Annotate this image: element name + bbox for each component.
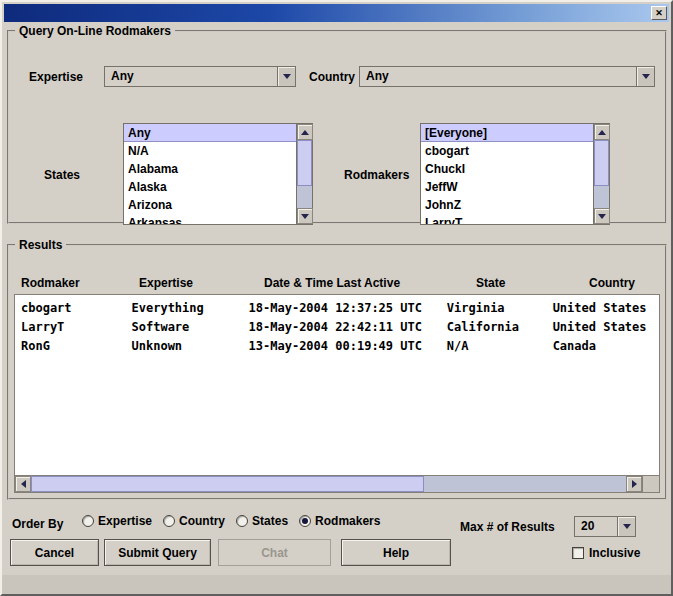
chevron-down-icon (277, 67, 295, 86)
dialog-window: ✕ Query On-Line Rodmakers Expertise Any … (0, 0, 673, 596)
results-scrollpane: cbogart Everything 18-May-2004 12:37:25 … (14, 294, 660, 493)
query-group-title: Query On-Line Rodmakers (15, 24, 175, 38)
chat-button: Chat (218, 539, 331, 566)
column-header: State (470, 276, 583, 290)
scroll-up-button[interactable] (594, 124, 610, 140)
radio-button-icon (236, 515, 248, 527)
radio-button-icon (82, 515, 94, 527)
radio-country[interactable]: Country (163, 514, 225, 528)
results-horizontal-scrollbar[interactable] (15, 475, 659, 492)
rodmakers-list: [Everyone] cbogart ChuckI JeffW JohnZ La… (421, 124, 593, 224)
results-table-header: Rodmaker Expertise Date & Time Last Acti… (15, 276, 673, 290)
chevron-down-icon (617, 517, 635, 536)
list-item[interactable]: Arizona (124, 196, 296, 214)
list-item[interactable]: Arkansas (124, 214, 296, 224)
scrollbar-thumb[interactable] (297, 140, 312, 186)
results-table: cbogart Everything 18-May-2004 12:37:25 … (15, 295, 659, 475)
country-combo-value: Any (360, 67, 636, 86)
rodmakers-scrollbar[interactable] (593, 124, 609, 224)
rodmakers-listbox: [Everyone] cbogart ChuckI JeffW JohnZ La… (420, 123, 610, 225)
scroll-left-button[interactable] (15, 476, 31, 492)
scroll-down-button[interactable] (594, 208, 610, 224)
column-header: Country (583, 276, 673, 290)
expertise-label: Expertise (29, 70, 83, 84)
radio-button-icon (299, 515, 311, 527)
results-group-title: Results (15, 238, 66, 252)
column-header: Date & Time Last Active (258, 276, 470, 290)
inclusive-option[interactable]: Inclusive (572, 546, 640, 560)
table-row[interactable]: cbogart Everything 18-May-2004 12:37:25 … (15, 298, 659, 317)
cancel-button[interactable]: Cancel (10, 539, 99, 566)
country-label: Country (309, 70, 355, 84)
list-item[interactable]: Any (124, 124, 296, 142)
order-by-radio-group: Expertise Country States Rodmakers (82, 514, 380, 528)
scrollbar-thumb[interactable] (594, 140, 609, 186)
results-group: Results Rodmaker Expertise Date & Time L… (7, 238, 667, 500)
title-bar: ✕ (4, 4, 669, 22)
radio-button-icon (163, 515, 175, 527)
list-item[interactable]: JeffW (421, 178, 593, 196)
table-row[interactable]: RonG Unknown 13-May-2004 00:19:49 UTC N/… (15, 336, 659, 355)
scroll-up-button[interactable] (297, 124, 313, 140)
chevron-down-icon (636, 67, 654, 86)
list-item[interactable]: ChuckI (421, 160, 593, 178)
column-header: Expertise (133, 276, 258, 290)
scroll-right-button[interactable] (626, 476, 642, 492)
close-icon: ✕ (655, 9, 663, 18)
scrollbar-track[interactable] (594, 140, 609, 208)
list-item[interactable]: JohnZ (421, 196, 593, 214)
list-item[interactable]: [Everyone] (421, 124, 593, 142)
help-button[interactable]: Help (341, 539, 451, 566)
window-bottom-edge (2, 575, 671, 594)
radio-states[interactable]: States (236, 514, 288, 528)
max-results-combo[interactable]: 20 (574, 516, 636, 537)
states-label: States (44, 168, 80, 182)
scrollbar-track[interactable] (297, 140, 312, 208)
scrollbar-corner (642, 476, 659, 492)
footer: Order By Expertise Country States Rodmak… (2, 508, 671, 578)
close-button[interactable]: ✕ (651, 6, 667, 20)
scroll-down-button[interactable] (297, 208, 313, 224)
max-results-label: Max # of Results (460, 520, 555, 534)
states-listbox: Any N/A Alabama Alaska Arizona Arkansas (123, 123, 313, 225)
states-list: Any N/A Alabama Alaska Arizona Arkansas (124, 124, 296, 224)
states-scrollbar[interactable] (296, 124, 312, 224)
arrow-right-icon (632, 480, 637, 488)
arrow-up-icon (301, 130, 309, 135)
rodmakers-label: Rodmakers (344, 168, 409, 182)
table-row[interactable]: LarryT Software 18-May-2004 22:42:11 UTC… (15, 317, 659, 336)
radio-rodmakers[interactable]: Rodmakers (299, 514, 380, 528)
column-header: Rodmaker (15, 276, 133, 290)
query-group: Query On-Line Rodmakers Expertise Any Co… (7, 24, 667, 224)
arrow-left-icon (21, 480, 26, 488)
max-results-combo-value: 20 (575, 517, 617, 536)
list-item[interactable]: cbogart (421, 142, 593, 160)
list-item[interactable]: Alaska (124, 178, 296, 196)
list-item[interactable]: N/A (124, 142, 296, 160)
submit-query-button[interactable]: Submit Query (104, 539, 211, 566)
list-item[interactable]: Alabama (124, 160, 296, 178)
inclusive-checkbox[interactable] (572, 547, 584, 559)
arrow-down-icon (598, 214, 606, 219)
list-item[interactable]: LarryT (421, 214, 593, 224)
scrollbar-track[interactable] (31, 476, 626, 492)
scrollbar-thumb[interactable] (31, 476, 424, 492)
inclusive-label: Inclusive (589, 546, 640, 560)
order-by-label: Order By (12, 517, 63, 531)
country-combo[interactable]: Any (359, 66, 655, 87)
arrow-down-icon (301, 214, 309, 219)
arrow-up-icon (598, 130, 606, 135)
expertise-combo-value: Any (105, 67, 277, 86)
radio-expertise[interactable]: Expertise (82, 514, 152, 528)
expertise-combo[interactable]: Any (104, 66, 296, 87)
